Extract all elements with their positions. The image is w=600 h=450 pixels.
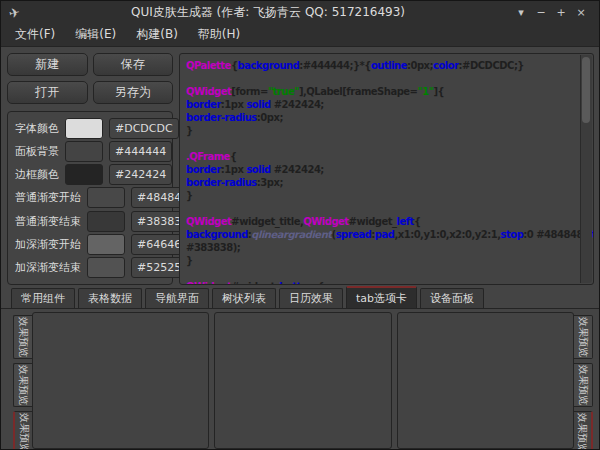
code-token: spread	[336, 229, 372, 240]
code-token: border	[186, 99, 221, 110]
tab-设备面板[interactable]: 设备面板	[420, 288, 484, 308]
color-swatch-button[interactable]	[65, 141, 103, 162]
close-icon[interactable]: ×	[571, 6, 591, 19]
color-setting-row: 普通渐变开始 #484848	[15, 187, 165, 209]
code-token: solid	[246, 99, 270, 110]
code-token: :0 #484848,	[523, 229, 586, 240]
color-swatch-button[interactable]	[87, 257, 125, 278]
tab-树状列表[interactable]: 树状列表	[212, 288, 276, 308]
code-token: "1"	[417, 86, 433, 97]
color-swatch-button[interactable]	[87, 211, 125, 232]
vertical-tab-label: 效果预览	[17, 413, 31, 449]
color-hex-field[interactable]: #242424	[109, 164, 172, 185]
file-action-button[interactable]: 保存	[93, 53, 174, 76]
color-setting-row: 普通渐变结束 #383838	[15, 210, 165, 232]
code-token: :0px;	[257, 112, 283, 123]
color-setting-row: 加深渐变开始 #646464	[15, 233, 165, 255]
vertical-tab-label: 效果预览	[16, 317, 30, 357]
tab-表格数据[interactable]: 表格数据	[78, 288, 142, 308]
menu-item[interactable]: 构建(B)	[126, 23, 188, 46]
code-line: }	[186, 189, 577, 202]
vertical-tab-label: 效果预览	[576, 365, 590, 405]
vertical-tab-effect-preview[interactable]: 效果预览	[13, 363, 32, 407]
code-token: pad	[375, 229, 395, 240]
code-token: }	[186, 190, 193, 201]
color-swatch-button[interactable]	[87, 187, 125, 208]
code-token: :1px	[221, 99, 247, 110]
code-token: ],QLabel[frameShape=	[299, 86, 418, 97]
code-line: }	[186, 254, 577, 267]
code-scrollbar[interactable]	[580, 55, 592, 283]
code-token: border	[186, 164, 221, 175]
code-token: QWidget	[303, 216, 348, 227]
minimize-icon[interactable]: −	[531, 6, 551, 19]
preview-panel-3	[397, 312, 574, 449]
tab-导航界面[interactable]: 导航界面	[145, 288, 209, 308]
code-line: background:qlineargradient(spread:pad,x1…	[186, 228, 577, 241]
code-token: .QFrame	[186, 151, 230, 162]
code-token: :#DCDCDC;}	[459, 60, 524, 71]
vertical-tab-label: 效果预览	[16, 365, 30, 405]
tab-tab选项卡[interactable]: tab选项卡	[346, 286, 417, 308]
color-setting-row: 边框颜色 #242424	[15, 164, 165, 186]
skin-menu-arrow-icon[interactable]: ▾	[511, 6, 531, 19]
left-panel: 新建保存打开另存为 字体颜色 #DCDCDC 面板背景 #444444 边框颜色…	[7, 53, 173, 285]
file-action-button[interactable]: 打开	[7, 81, 88, 104]
code-token: #383838);	[186, 242, 240, 253]
color-setting-row: 字体颜色 #DCDCDC	[15, 118, 165, 140]
title-bar: ✈ QUI皮肤生成器 (作者: 飞扬青云 QQ: 517216493) ▾ − …	[1, 1, 599, 23]
code-line: border:1px solid #242424;	[186, 98, 577, 111]
color-setting-label: 边框颜色	[15, 167, 59, 182]
preview-tab-bar: 常用组件表格数据导航界面树状列表日历效果tab选项卡设备面板	[1, 285, 599, 309]
airplane-app-icon: ✈	[8, 3, 27, 21]
code-token: QPalette	[186, 60, 231, 71]
vertical-tab-effect-preview[interactable]: 效果预览	[13, 411, 32, 449]
vertical-tab-effect-preview[interactable]: 效果预览	[13, 315, 32, 359]
color-hex-field[interactable]: #444444	[109, 141, 172, 162]
code-line: QWidget[form="true"],QLabel[frameShape="…	[186, 85, 577, 98]
vertical-tab-label: 效果预览	[576, 317, 590, 357]
menu-item[interactable]: 帮助(H)	[188, 23, 250, 46]
code-token: #242424;	[271, 99, 324, 110]
color-settings-frame: 字体颜色 #DCDCDC 面板背景 #444444 边框颜色 #242424 普…	[7, 111, 173, 285]
color-hex-field[interactable]: #DCDCDC	[109, 118, 179, 139]
menu-item[interactable]: 文件(F)	[5, 23, 65, 46]
maximize-icon[interactable]: +	[551, 6, 571, 19]
vertical-tab-effect-preview[interactable]: 效果预览	[574, 363, 593, 407]
code-line: border:1px solid #242424;	[186, 163, 577, 176]
color-setting-label: 加深渐变结束	[15, 260, 81, 275]
code-token: left	[397, 216, 414, 227]
file-action-button[interactable]: 另存为	[93, 81, 174, 104]
scrollbar-thumb[interactable]	[582, 57, 590, 123]
color-swatch-button[interactable]	[65, 118, 103, 139]
vertical-tab-effect-preview[interactable]: 效果预览	[574, 315, 593, 359]
color-setting-label: 加深渐变开始	[15, 237, 81, 252]
code-token: ,x1:0,y1:0,x2:0,y2:1,	[394, 229, 500, 240]
code-line: border-radius:0px;	[186, 111, 577, 124]
color-swatch-button[interactable]	[65, 164, 103, 185]
code-line	[186, 202, 577, 215]
qss-code-editor[interactable]: QPalette{background:#444444;}*{outline:0…	[179, 53, 594, 285]
preview-area: 效果预览效果预览效果预览 效果预览效果预览效果预览	[1, 309, 599, 449]
menu-item[interactable]: 编辑(E)	[65, 23, 126, 46]
code-line	[186, 137, 577, 150]
window-controls: ▾ − + ×	[511, 6, 591, 19]
color-setting-label: 普通渐变开始	[15, 190, 81, 205]
code-token: #widget_	[231, 281, 279, 285]
code-token: border-radius	[186, 112, 257, 123]
code-line: QPalette{background:#444444;}*{outline:0…	[186, 59, 577, 72]
color-swatch-button[interactable]	[87, 234, 125, 255]
tab-常用组件[interactable]: 常用组件	[11, 288, 75, 308]
color-setting-row: 加深渐变结束 #525252	[15, 256, 165, 278]
code-line: #383838);	[186, 241, 577, 254]
tab-日历效果[interactable]: 日历效果	[279, 288, 343, 308]
window-title: QUI皮肤生成器 (作者: 飞扬青云 QQ: 517216493)	[25, 4, 511, 21]
code-lines: QPalette{background:#444444;}*{outline:0…	[186, 59, 577, 285]
file-action-button[interactable]: 新建	[7, 53, 88, 76]
color-setting-label: 字体颜色	[15, 121, 59, 136]
vertical-tab-effect-preview[interactable]: 效果预览	[574, 411, 593, 449]
left-vertical-tab-strip: 效果预览效果预览效果预览	[13, 312, 32, 449]
code-token: outline	[371, 60, 407, 71]
code-token: qlineargradient	[251, 229, 331, 240]
code-token: background	[238, 60, 300, 71]
